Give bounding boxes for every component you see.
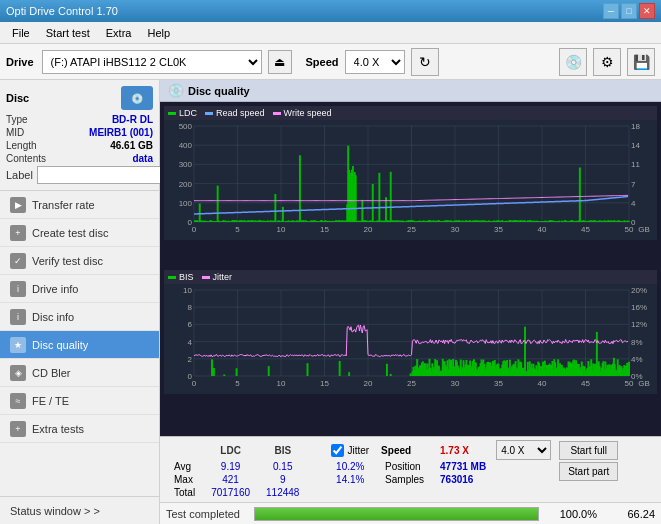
avg-ldc: 9.19: [203, 460, 258, 473]
sidebar-item-disc-quality[interactable]: ★ Disc quality: [0, 331, 159, 359]
settings-button[interactable]: ⚙: [593, 48, 621, 76]
save-button[interactable]: 💾: [627, 48, 655, 76]
jitter-color: [202, 276, 210, 279]
main-layout: Disc 💿 Type BD-R DL MID MEIRB1 (001) Len…: [0, 80, 661, 524]
jitter-checkbox-label: Jitter: [331, 444, 369, 457]
total-bis: 112448: [258, 486, 307, 499]
legend-bis: BIS: [168, 272, 194, 282]
mid-label: MID: [6, 127, 24, 138]
sidebar-item-disc-info[interactable]: i Disc info: [0, 303, 159, 331]
extra-tests-icon: +: [10, 421, 26, 437]
sidebar-item-drive-info[interactable]: i Drive info: [0, 275, 159, 303]
maximize-button[interactable]: □: [621, 3, 637, 19]
eject-button[interactable]: ⏏: [268, 50, 292, 74]
sidebar-item-fe-te[interactable]: ≈ FE / TE: [0, 387, 159, 415]
avg-jitter: 10.2%: [323, 460, 377, 473]
writespeed-color: [273, 112, 281, 115]
progress-bar-container: Test completed 100.0% 66.24: [160, 502, 661, 524]
app-title: Opti Drive Control 1.70: [6, 5, 118, 17]
length-label: Length: [6, 140, 37, 151]
sidebar-item-transfer-rate[interactable]: ▶ Transfer rate: [0, 191, 159, 219]
ldc-color: [168, 112, 176, 115]
chart2-wrapper: BIS Jitter: [164, 270, 657, 432]
type-value: BD-R DL: [112, 114, 153, 125]
legend-ldc: LDC: [168, 108, 197, 118]
mid-value: MEIRB1 (001): [89, 127, 153, 138]
progress-fill: [255, 508, 538, 520]
content-header: 💿 Disc quality: [160, 80, 661, 102]
start-part-button[interactable]: Start part: [559, 462, 618, 481]
readspeed-color: [205, 112, 213, 115]
progress-track: [254, 507, 539, 521]
speed-col-label: Speed: [377, 440, 432, 460]
label-input[interactable]: [37, 166, 166, 184]
drive-info-icon: i: [10, 281, 26, 297]
content-area: 💿 Disc quality LDC Read speed: [160, 80, 661, 524]
legend-writespeed-label: Write speed: [284, 108, 332, 118]
label-field-label: Label: [6, 169, 33, 181]
create-test-icon: +: [10, 225, 26, 241]
disc-icon-button[interactable]: 💿: [559, 48, 587, 76]
jitter-checkbox-cell: Jitter: [323, 440, 377, 460]
content-header-icon: 💿: [168, 83, 184, 98]
col-ldc: LDC: [203, 440, 258, 460]
chart1-canvas: [164, 120, 654, 240]
disc-panel: Disc 💿 Type BD-R DL MID MEIRB1 (001) Len…: [0, 80, 159, 191]
max-bis: 9: [258, 473, 307, 486]
toolbar: Drive (F:) ATAPI iHBS112 2 CL0K ⏏ Speed …: [0, 44, 661, 80]
menu-bar: File Start test Extra Help: [0, 22, 661, 44]
progress-value2: 66.24: [605, 508, 655, 520]
start-full-button[interactable]: Start full: [559, 441, 618, 460]
sidebar-item-create-test-disc[interactable]: + Create test disc: [0, 219, 159, 247]
max-ldc: 421: [203, 473, 258, 486]
contents-label: Contents: [6, 153, 46, 164]
max-jitter: 14.1%: [323, 473, 377, 486]
drive-select[interactable]: (F:) ATAPI iHBS112 2 CL0K: [42, 50, 262, 74]
chart2-legend: BIS Jitter: [164, 270, 657, 284]
drive-label: Drive: [6, 56, 34, 68]
disc-info-icon: i: [10, 309, 26, 325]
verify-test-icon: ✓: [10, 253, 26, 269]
progress-percent: 100.0%: [547, 508, 597, 520]
charts-container: LDC Read speed Write speed: [160, 102, 661, 436]
speed-select-stats[interactable]: 4.0 X: [496, 440, 551, 460]
stats-area: LDC BIS Jitter Speed 1.73 X: [160, 436, 661, 502]
speed-select[interactable]: 4.0 X 2.0 X 8.0 X: [345, 50, 405, 74]
close-button[interactable]: ✕: [639, 3, 655, 19]
stats-table: LDC BIS Jitter Speed 1.73 X: [166, 440, 626, 499]
chart1-area: [164, 120, 657, 240]
transfer-rate-icon: ▶: [10, 197, 26, 213]
menu-start-test[interactable]: Start test: [38, 25, 98, 41]
sidebar-item-cd-bler[interactable]: ◈ CD Bler: [0, 359, 159, 387]
refresh-button[interactable]: ↻: [411, 48, 439, 76]
contents-value: data: [132, 153, 153, 164]
samples-label: Samples: [377, 473, 432, 486]
type-label: Type: [6, 114, 28, 125]
cd-bler-icon: ◈: [10, 365, 26, 381]
legend-readspeed-label: Read speed: [216, 108, 265, 118]
menu-help[interactable]: Help: [139, 25, 178, 41]
legend-ldc-label: LDC: [179, 108, 197, 118]
jitter-checkbox[interactable]: [331, 444, 344, 457]
status-window-button[interactable]: Status window > >: [0, 496, 159, 524]
disc-quality-icon: ★: [10, 337, 26, 353]
length-value: 46.61 GB: [110, 140, 153, 151]
position-value: 47731 MB: [432, 460, 494, 473]
total-label: Total: [166, 486, 203, 499]
samples-value: 763016: [432, 473, 494, 486]
sidebar-item-verify-test-disc[interactable]: ✓ Verify test disc: [0, 247, 159, 275]
chart2-canvas: [164, 284, 654, 394]
chart1-legend: LDC Read speed Write speed: [164, 106, 657, 120]
sidebar-item-extra-tests[interactable]: + Extra tests: [0, 415, 159, 443]
content-title: Disc quality: [188, 85, 250, 97]
chart1-wrapper: LDC Read speed Write speed: [164, 106, 657, 268]
bis-color: [168, 276, 176, 279]
speed-col-value: 1.73 X: [432, 440, 494, 460]
disc-panel-icon: 💿: [121, 86, 153, 110]
title-bar: Opti Drive Control 1.70 ─ □ ✕: [0, 0, 661, 22]
disc-section-title: Disc: [6, 92, 29, 104]
menu-extra[interactable]: Extra: [98, 25, 140, 41]
menu-file[interactable]: File: [4, 25, 38, 41]
minimize-button[interactable]: ─: [603, 3, 619, 19]
legend-jitter: Jitter: [202, 272, 233, 282]
